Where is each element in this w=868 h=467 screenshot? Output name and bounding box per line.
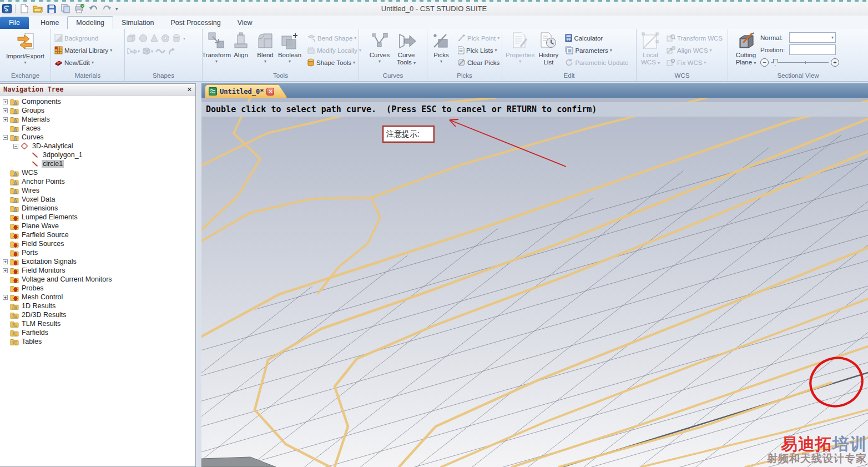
calculator-button[interactable]: Calculator bbox=[563, 33, 632, 43]
plus-expander-icon[interactable]: + bbox=[3, 268, 8, 273]
close-tab-button[interactable]: ✕ bbox=[266, 88, 274, 96]
material-library-button[interactable]: Material Library ▾ bbox=[53, 45, 114, 56]
tree-item-tlm-results[interactable]: TLM Results bbox=[0, 319, 195, 328]
tree-item-voltage-and-current-monitors[interactable]: Voltage and Current Monitors bbox=[0, 275, 195, 284]
viewport-canvas[interactable]: Double click to select path curve. (Pres… bbox=[201, 98, 868, 467]
shape-tools-button[interactable]: Shape Tools ▾ bbox=[305, 57, 363, 68]
viewport-tab[interactable]: Untitled_0* ✕ bbox=[205, 84, 287, 98]
plus-expander-icon[interactable]: + bbox=[3, 259, 8, 264]
thicken-shape-button[interactable]: ▾ bbox=[142, 47, 153, 55]
tree-item-field-sources[interactable]: Field Sources bbox=[0, 239, 195, 248]
pick-lists-button[interactable]: Pick Lists ▾ bbox=[456, 45, 503, 56]
curves-button[interactable]: Curves ▾ bbox=[367, 31, 392, 72]
tree-item-groups[interactable]: +Groups bbox=[0, 106, 195, 115]
tree-item-materials[interactable]: +Materials bbox=[0, 115, 195, 124]
print-button[interactable] bbox=[74, 3, 85, 14]
section-plus-button[interactable]: + bbox=[831, 58, 839, 67]
tree-item-faces[interactable]: Faces bbox=[0, 124, 195, 133]
align-wcs-button[interactable]: Align WCS ▾ bbox=[665, 45, 726, 56]
tree-item-dimensions[interactable]: Dimensions bbox=[0, 204, 195, 213]
tree-item-2d-3d-results[interactable]: 2D/3D Results bbox=[0, 310, 195, 319]
new-edit-button[interactable]: New/Edit ▾ bbox=[53, 57, 114, 68]
parameters-button[interactable]: Parameters ▾ bbox=[563, 45, 632, 56]
save-project-button[interactable] bbox=[46, 3, 57, 14]
history-list-button[interactable]: History List bbox=[536, 31, 561, 72]
tree-item-field-monitors[interactable]: +Field Monitors bbox=[0, 266, 195, 275]
align-button[interactable]: Align bbox=[229, 31, 253, 72]
local-wcs-button[interactable]: Local WCS ▾ bbox=[638, 31, 663, 72]
scene-3d-view[interactable] bbox=[201, 98, 868, 467]
plus-expander-icon[interactable]: + bbox=[3, 99, 8, 104]
minus-expander-icon[interactable]: − bbox=[13, 144, 18, 149]
tree-item-farfield-source[interactable]: Farfield Source bbox=[0, 230, 195, 239]
blend-button[interactable]: Blend ▾ bbox=[253, 31, 277, 72]
app-menu-button[interactable] bbox=[1, 3, 12, 14]
tree-item-curves[interactable]: −Curves bbox=[0, 133, 195, 142]
tree-item-wires[interactable]: Wires bbox=[0, 186, 195, 195]
tab-home[interactable]: Home bbox=[32, 17, 67, 29]
open-project-button[interactable] bbox=[32, 3, 43, 14]
position-input[interactable] bbox=[789, 44, 836, 55]
close-panel-button[interactable]: ✕ bbox=[187, 86, 192, 93]
minus-expander-icon[interactable]: − bbox=[3, 135, 8, 140]
curve-wave-button[interactable] bbox=[155, 48, 165, 54]
tree-item-probes[interactable]: Probes bbox=[0, 284, 195, 293]
tree-item-tables[interactable]: Tables bbox=[0, 337, 195, 346]
transform-wcs-button[interactable]: Transform WCS bbox=[665, 33, 726, 43]
panel-splitter[interactable] bbox=[196, 83, 201, 467]
plus-expander-icon[interactable]: + bbox=[3, 117, 8, 122]
picks-button[interactable]: Picks ▾ bbox=[429, 31, 453, 72]
background-button[interactable]: Background bbox=[53, 33, 114, 43]
tree-item-plane-wave[interactable]: Plane Wave bbox=[0, 222, 195, 230]
parametric-update-button[interactable]: Parametric Update bbox=[563, 57, 632, 68]
clear-picks-button[interactable]: Clear Picks bbox=[456, 57, 503, 68]
copy-button[interactable] bbox=[60, 3, 71, 14]
tree-item-farfields[interactable]: Farfields bbox=[0, 328, 195, 337]
properties-button[interactable]: Properties ▾ bbox=[504, 31, 536, 72]
tree-item-voxel-data[interactable]: Voxel Data bbox=[0, 195, 195, 204]
tree-item-anchor-points[interactable]: Anchor Points bbox=[0, 177, 195, 186]
extrude-shape-button[interactable]: ▾ bbox=[127, 47, 140, 55]
caret-icon: ▾ bbox=[519, 59, 521, 64]
cutting-plane-button[interactable]: Cutting Plane ▾ bbox=[734, 31, 758, 72]
tree-item-mesh-control[interactable]: +Mesh Control bbox=[0, 293, 195, 302]
curve-tools-button[interactable]: Curve Tools ▾ bbox=[394, 31, 418, 72]
tree-item-3dpolygon-1[interactable]: 3dpolygon_1 bbox=[0, 150, 195, 159]
tree-item-components[interactable]: +Components bbox=[0, 97, 195, 106]
undo-button[interactable] bbox=[88, 3, 99, 14]
section-minus-button[interactable]: − bbox=[760, 58, 769, 67]
tree-item-wcs[interactable]: WCS bbox=[0, 168, 195, 177]
slider-thumb[interactable] bbox=[773, 59, 778, 66]
cone-shape-button[interactable] bbox=[150, 34, 159, 43]
fix-wcs-button[interactable]: Fix WCS ▾ bbox=[665, 57, 726, 68]
loft-shape-button[interactable] bbox=[168, 47, 175, 55]
normal-select[interactable]: ▾ bbox=[789, 32, 836, 43]
tree-item-3d-analytical[interactable]: −3D-Analytical bbox=[0, 142, 195, 150]
tree-item-ports[interactable]: Ports bbox=[0, 248, 195, 257]
brick-shape-button[interactable] bbox=[127, 34, 137, 43]
section-position-slider[interactable] bbox=[771, 58, 829, 66]
import-export-button[interactable]: Import/Export ▾ bbox=[4, 31, 46, 72]
boolean-button[interactable]: Boolean ▾ bbox=[277, 31, 302, 72]
modify-locally-button[interactable]: Modify Locally ▾ bbox=[305, 45, 363, 56]
tab-file[interactable]: File bbox=[0, 17, 29, 29]
tab-view[interactable]: View bbox=[229, 17, 261, 29]
tree-item-lumped-elements[interactable]: Lumped Elements bbox=[0, 213, 195, 222]
tab-post-processing[interactable]: Post Processing bbox=[162, 17, 229, 29]
plus-expander-icon[interactable]: + bbox=[3, 295, 8, 300]
qat-customize-button[interactable]: ▾ bbox=[115, 6, 118, 12]
tree-item-circle1[interactable]: circle1 bbox=[0, 159, 195, 168]
bend-shape-button[interactable]: Bend Shape ▾ bbox=[305, 33, 363, 43]
plus-expander-icon[interactable]: + bbox=[3, 108, 8, 113]
sphere-shape-button[interactable] bbox=[139, 34, 148, 43]
tab-simulation[interactable]: Simulation bbox=[113, 17, 162, 29]
redo-button[interactable] bbox=[102, 3, 113, 14]
new-project-button[interactable] bbox=[18, 3, 29, 14]
pick-point-button[interactable]: Pick Point ▾ bbox=[456, 33, 503, 43]
tree-item-excitation-signals[interactable]: +Excitation Signals bbox=[0, 257, 195, 266]
tab-modeling[interactable]: Modeling bbox=[67, 16, 113, 29]
torus-shape-button[interactable] bbox=[161, 34, 170, 43]
cylinder-shape-button[interactable] bbox=[172, 34, 181, 43]
transform-button[interactable]: Transform ▾ bbox=[204, 31, 229, 72]
tree-item-1d-results[interactable]: 1D Results bbox=[0, 302, 195, 310]
